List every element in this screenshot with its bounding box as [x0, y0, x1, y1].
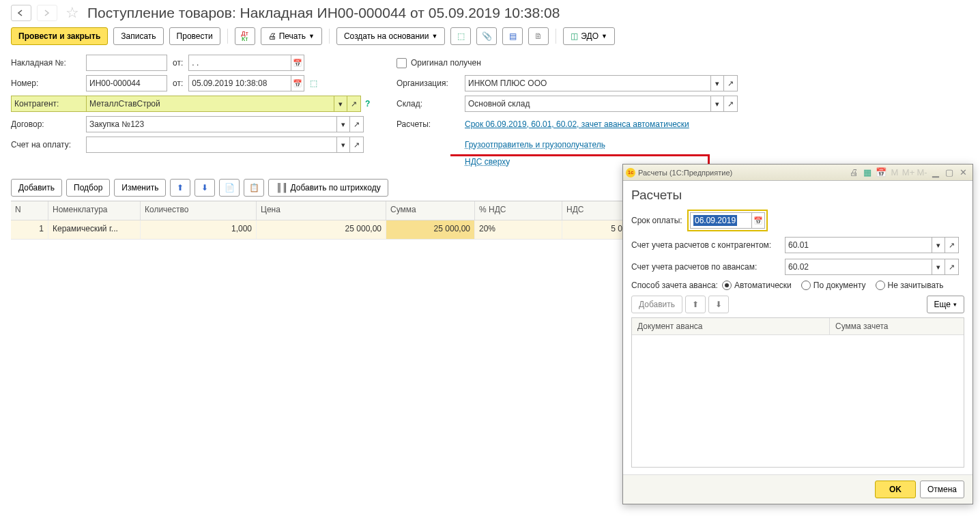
original-received-checkbox[interactable]	[397, 58, 407, 68]
settlements-label: Расчеты:	[397, 119, 465, 129]
page-title: Поступление товаров: Накладная ИН00-0000…	[87, 5, 560, 21]
due-date-input[interactable]: 06.09.2019	[690, 212, 751, 229]
number-input[interactable]: ИН00-000044	[86, 75, 167, 91]
save-button[interactable]: Записать	[113, 27, 163, 45]
col-n[interactable]: N	[11, 201, 48, 220]
acc-settlements-input[interactable]: 60.01	[785, 237, 932, 240]
nav-forward-button	[37, 5, 57, 21]
shipper-link[interactable]: Грузоотправитель и грузополучатель	[465, 140, 605, 149]
dropdown-icon[interactable]: ▾	[710, 96, 724, 112]
warehouse-input[interactable]: Основной склад	[465, 96, 710, 112]
modal-title: Расчеты (1С:Предприятие)	[638, 169, 732, 177]
invoice-payment-label: Счет на оплату:	[11, 140, 86, 149]
add-row-button[interactable]: Добавить	[11, 179, 62, 197]
warehouse-label: Склад:	[397, 99, 465, 109]
settlements-link[interactable]: Срок 06.09.2019, 60.01, 60.02, зачет ава…	[465, 119, 689, 129]
col-nomenclature[interactable]: Номенклатура	[48, 201, 141, 220]
original-received-label: Оригинал получен	[411, 58, 481, 68]
main-toolbar: Провести и закрыть Записать Провести ДтК…	[0, 25, 980, 52]
structure-icon-button[interactable]: ⬚	[450, 27, 471, 45]
invoice-no-label: Накладная №:	[11, 58, 86, 68]
nav-back-button[interactable]	[11, 5, 31, 21]
m-plus-button[interactable]: M+	[902, 167, 914, 179]
select-button[interactable]: Подбор	[66, 179, 110, 197]
favorite-star-icon[interactable]: ☆	[66, 4, 79, 22]
move-up-button[interactable]: ⬆	[170, 179, 190, 197]
calendar-icon[interactable]: 📅	[291, 55, 304, 71]
calendar-icon[interactable]: 📅	[875, 167, 887, 179]
print-button[interactable]: 🖨Печать▼	[261, 27, 322, 45]
col-qty[interactable]: Количество	[141, 201, 257, 220]
open-icon[interactable]: ↗	[724, 96, 738, 112]
due-date-highlight: 06.09.2019 📅	[687, 210, 768, 231]
m-button[interactable]: M	[889, 167, 901, 179]
open-icon[interactable]: ↗	[347, 96, 361, 112]
modal-heading: Расчеты	[631, 188, 964, 203]
calendar-icon-2[interactable]: 📅	[291, 75, 304, 91]
from-label-2: от:	[173, 78, 183, 88]
col-vat[interactable]: НДС	[562, 201, 627, 220]
move-down-button[interactable]: ⬇	[194, 179, 215, 197]
barcode-button[interactable]: ║║Добавить по штрихкоду	[268, 179, 388, 197]
org-label: Организация:	[397, 78, 465, 88]
col-price[interactable]: Цена	[257, 201, 386, 220]
post-and-close-button[interactable]: Провести и закрыть	[11, 27, 108, 45]
counterparty-input[interactable]: МеталлСтавСтрой	[86, 96, 334, 112]
invoice-date-input[interactable]: . .	[188, 55, 291, 71]
dtkt-icon-button[interactable]: ДтКт	[235, 27, 255, 45]
invoice-no-input[interactable]	[86, 55, 167, 71]
edo-button[interactable]: ◫ЭДО▼	[563, 27, 615, 45]
edo-icon: ◫	[571, 31, 578, 41]
minimize-icon[interactable]: ▁	[929, 167, 942, 179]
annotation-arrow	[450, 154, 710, 156]
contract-input[interactable]: Закупка №123	[86, 116, 336, 132]
create-based-on-button[interactable]: Создать на основании▼	[336, 27, 445, 45]
grid-icon[interactable]: ▦	[861, 167, 874, 179]
open-icon[interactable]: ↗	[945, 237, 959, 240]
modal-1c-icon: 1c	[626, 168, 635, 177]
post-button[interactable]: Провести	[169, 27, 220, 45]
info-icon[interactable]: ⬚	[310, 78, 317, 88]
settlements-modal: 1c Расчеты (1С:Предприятие) 🖨 ▦ 📅 M M+ M…	[622, 164, 973, 240]
m-minus-button[interactable]: M-	[916, 167, 928, 179]
open-icon[interactable]: ↗	[350, 116, 364, 132]
vat-link[interactable]: НДС сверху	[465, 157, 510, 167]
dropdown-icon[interactable]: ▾	[710, 75, 724, 91]
invoice-payment-input[interactable]	[86, 137, 336, 153]
counterparty-label: Контрагент:	[11, 96, 86, 112]
open-icon[interactable]: ↗	[724, 75, 738, 91]
attach-icon-button[interactable]: 📎	[476, 27, 497, 45]
help-icon[interactable]: ?	[365, 99, 370, 109]
list-icon-button[interactable]: ▤	[502, 27, 523, 45]
org-input[interactable]: ИНКОМ ПЛЮС ООО	[465, 75, 710, 91]
dropdown-icon[interactable]: ▾	[932, 237, 945, 240]
col-sum[interactable]: Сумма	[386, 201, 475, 220]
calendar-icon[interactable]: 📅	[751, 212, 765, 229]
contract-label: Договор:	[11, 119, 86, 129]
col-vat-rate[interactable]: % НДС	[475, 201, 562, 220]
dropdown-icon[interactable]: ▾	[336, 116, 350, 132]
number-label: Номер:	[11, 78, 86, 88]
due-date-label: Срок оплаты:	[631, 216, 687, 225]
print-icon[interactable]: 🖨	[848, 167, 860, 179]
printer-icon: 🖨	[268, 31, 276, 41]
close-icon[interactable]: ✕	[957, 167, 969, 179]
copy-button[interactable]: 📄	[219, 179, 240, 197]
doc-icon-button[interactable]: 🗎	[528, 27, 549, 45]
paste-button[interactable]: 📋	[244, 179, 264, 197]
edit-button[interactable]: Изменить	[114, 179, 166, 197]
dropdown-icon[interactable]: ▾	[336, 137, 350, 153]
maximize-icon[interactable]: ▢	[943, 167, 955, 179]
barcode-icon: ║║	[276, 183, 287, 192]
date-input[interactable]: 05.09.2019 10:38:08	[188, 75, 291, 91]
from-label-1: от:	[173, 58, 183, 68]
open-icon[interactable]: ↗	[350, 137, 364, 153]
dropdown-icon[interactable]: ▾	[334, 96, 347, 112]
